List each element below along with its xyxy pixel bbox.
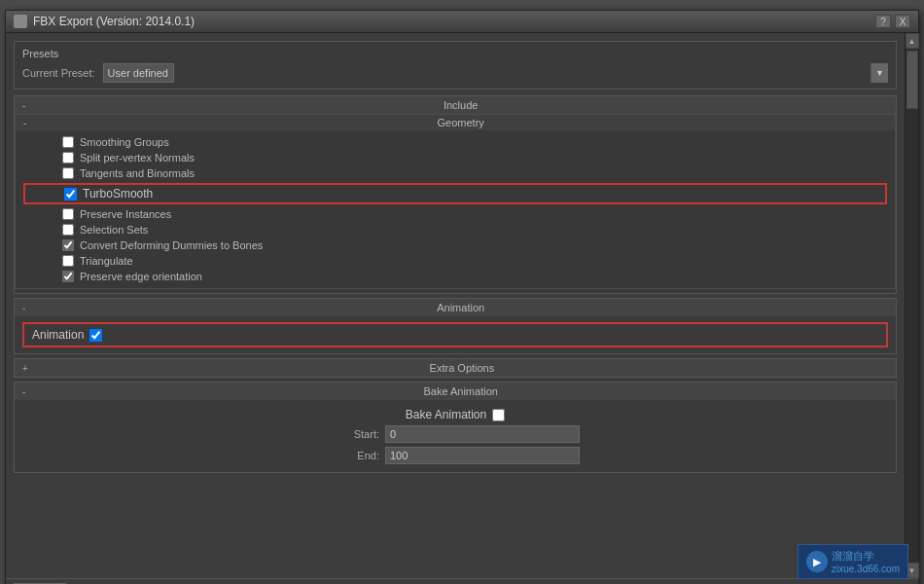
checkbox-row-selection-sets: Selection Sets bbox=[23, 222, 887, 237]
checkbox-row-convert-deforming: Convert Deforming Dummies to Bones bbox=[23, 237, 887, 253]
tangents-checkbox[interactable] bbox=[62, 167, 74, 179]
animation-section: - Animation Animation bbox=[14, 298, 897, 354]
selection-sets-checkbox[interactable] bbox=[62, 224, 74, 236]
bake-anim-checkbox[interactable] bbox=[492, 409, 505, 421]
checkbox-row-preserve-instances: Preserve Instances bbox=[23, 206, 887, 222]
watermark: ▶ 溜溜自学 zixue.3d66.com bbox=[798, 544, 908, 579]
start-label: Start: bbox=[331, 428, 379, 440]
include-section-header[interactable]: - Include bbox=[15, 96, 896, 114]
tangents-label: Tangents and Binormals bbox=[80, 167, 195, 179]
watermark-brand: 溜溜自学 bbox=[832, 549, 900, 564]
end-row: End: bbox=[22, 445, 888, 466]
app-icon bbox=[14, 15, 27, 28]
title-bar: FBX Export (Version: 2014.0.1) ? X bbox=[6, 11, 918, 33]
presets-section: Presets Current Preset: User defined ▼ bbox=[14, 41, 897, 90]
bake-animation-section: - Bake Animation Bake Animation Start: bbox=[14, 382, 897, 473]
include-section: - Include - Geometry Smoothing Groups bbox=[14, 95, 897, 294]
bake-animation-body: Bake Animation Start: End: bbox=[15, 400, 896, 472]
checkbox-row-triangulate: Triangulate bbox=[23, 253, 887, 269]
bake-animation-toggle[interactable]: - bbox=[22, 386, 25, 397]
geometry-subsection: - Geometry Smoothing Groups Split per-ve… bbox=[15, 114, 896, 289]
include-section-title: Include bbox=[33, 99, 888, 111]
smoothing-checkbox[interactable] bbox=[62, 136, 74, 148]
start-input[interactable] bbox=[385, 425, 580, 443]
presets-label: Presets bbox=[22, 48, 888, 59]
window-title: FBX Export (Version: 2014.0.1) bbox=[33, 15, 195, 28]
scrollbar[interactable]: ▲ ▼ bbox=[905, 33, 918, 578]
watermark-icon: ▶ bbox=[806, 551, 828, 572]
preserve-edge-checkbox[interactable] bbox=[62, 271, 74, 282]
convert-deforming-checkbox[interactable] bbox=[62, 239, 74, 251]
extra-options-toggle[interactable]: + bbox=[22, 363, 28, 374]
help-button[interactable]: ? bbox=[875, 15, 891, 28]
convert-deforming-label: Convert Deforming Dummies to Bones bbox=[80, 239, 263, 251]
extra-options-section: + Extra Options bbox=[14, 358, 897, 378]
extra-options-header[interactable]: + Extra Options bbox=[15, 359, 896, 377]
watermark-text: 溜溜自学 zixue.3d66.com bbox=[832, 549, 900, 574]
preset-select[interactable]: User defined bbox=[103, 63, 174, 83]
start-row: Start: bbox=[22, 423, 888, 445]
close-button[interactable]: X bbox=[895, 15, 910, 28]
scroll-thumb[interactable] bbox=[906, 51, 918, 109]
geometry-toggle[interactable]: - bbox=[23, 118, 26, 128]
preset-row: Current Preset: User defined ▼ bbox=[22, 63, 888, 83]
bake-animation-title: Bake Animation bbox=[33, 385, 888, 397]
scroll-up-arrow[interactable]: ▲ bbox=[906, 33, 919, 49]
include-toggle[interactable]: - bbox=[22, 100, 25, 111]
turbosmooth-label: TurboSmooth bbox=[83, 187, 153, 201]
turbosmooth-checkbox[interactable] bbox=[64, 188, 77, 201]
geometry-body: Smoothing Groups Split per-vertex Normal… bbox=[16, 130, 895, 288]
dropdown-arrow-icon: ▼ bbox=[871, 63, 888, 83]
current-preset-label: Current Preset: bbox=[22, 67, 95, 79]
checkbox-row-tangents: Tangents and Binormals bbox=[23, 165, 887, 181]
animation-highlight-box: Animation bbox=[22, 322, 888, 347]
animation-section-body: Animation bbox=[15, 316, 896, 353]
selection-sets-label: Selection Sets bbox=[80, 224, 148, 236]
title-bar-buttons: ? X bbox=[875, 15, 910, 28]
preserve-instances-label: Preserve Instances bbox=[80, 208, 171, 220]
bottom-bar: Edit... bbox=[6, 578, 918, 584]
checkbox-row-split-normals: Split per-vertex Normals bbox=[23, 150, 887, 165]
geometry-title: Geometry bbox=[34, 117, 887, 128]
bake-anim-row: Bake Animation bbox=[22, 406, 888, 423]
checkbox-row-turbosmooth: TurboSmooth bbox=[23, 183, 887, 204]
preserve-instances-checkbox[interactable] bbox=[62, 208, 74, 220]
watermark-site: zixue.3d66.com bbox=[832, 564, 900, 574]
geometry-header[interactable]: - Geometry bbox=[16, 115, 895, 130]
split-normals-checkbox[interactable] bbox=[62, 152, 74, 164]
end-input[interactable] bbox=[385, 447, 580, 464]
triangulate-label: Triangulate bbox=[80, 255, 133, 267]
preserve-edge-label: Preserve edge orientation bbox=[80, 271, 202, 282]
end-label: End: bbox=[331, 450, 379, 461]
smoothing-label: Smoothing Groups bbox=[80, 136, 169, 148]
animation-checkbox[interactable] bbox=[89, 329, 102, 342]
animation-section-title: Animation bbox=[33, 302, 888, 313]
extra-options-title: Extra Options bbox=[36, 362, 888, 374]
animation-checkbox-label: Animation bbox=[32, 328, 84, 342]
checkbox-row-preserve-edge: Preserve edge orientation bbox=[23, 269, 887, 284]
checkbox-row-smoothing: Smoothing Groups bbox=[23, 134, 887, 150]
animation-section-header[interactable]: - Animation bbox=[15, 299, 896, 316]
bake-anim-label: Bake Animation bbox=[406, 408, 486, 421]
preset-select-wrapper[interactable]: User defined ▼ bbox=[103, 63, 888, 83]
animation-toggle[interactable]: - bbox=[22, 303, 25, 313]
split-normals-label: Split per-vertex Normals bbox=[80, 152, 195, 164]
triangulate-checkbox[interactable] bbox=[62, 255, 74, 267]
scroll-track[interactable] bbox=[906, 49, 918, 563]
bake-animation-header[interactable]: - Bake Animation bbox=[15, 383, 896, 400]
